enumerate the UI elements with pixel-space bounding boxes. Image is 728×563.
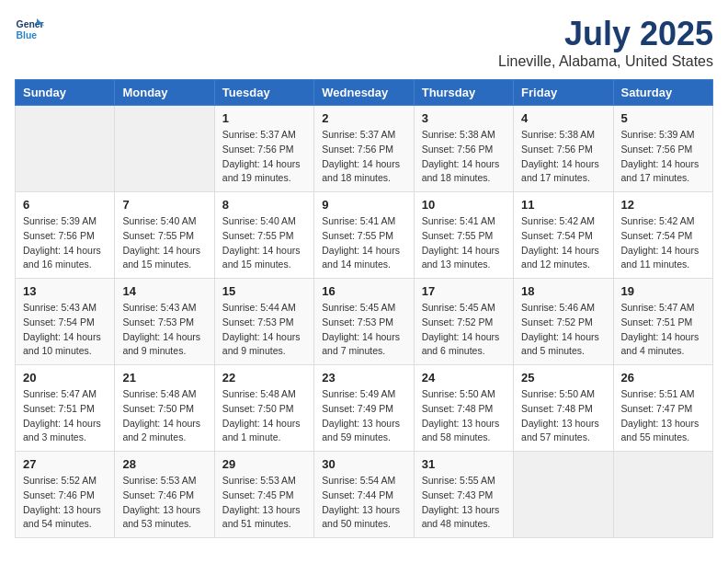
day-info: Sunrise: 5:42 AMSunset: 7:54 PMDaylight:… <box>521 214 605 272</box>
calendar-cell: 17Sunrise: 5:45 AMSunset: 7:52 PMDayligh… <box>414 279 513 365</box>
logo: General Blue <box>15 15 44 44</box>
day-info: Sunrise: 5:40 AMSunset: 7:55 PMDaylight:… <box>122 214 206 272</box>
col-sunday: Sunday <box>16 80 115 106</box>
day-info: Sunrise: 5:39 AMSunset: 7:56 PMDaylight:… <box>23 214 107 272</box>
calendar-cell <box>613 452 712 538</box>
day-info: Sunrise: 5:47 AMSunset: 7:51 PMDaylight:… <box>23 387 107 445</box>
day-number: 13 <box>23 284 107 298</box>
day-info: Sunrise: 5:45 AMSunset: 7:53 PMDaylight:… <box>322 301 405 359</box>
day-number: 12 <box>621 198 705 212</box>
day-info: Sunrise: 5:45 AMSunset: 7:52 PMDaylight:… <box>422 301 506 359</box>
day-number: 26 <box>621 371 705 385</box>
col-saturday: Saturday <box>613 80 712 106</box>
day-info: Sunrise: 5:54 AMSunset: 7:44 PMDaylight:… <box>322 474 405 532</box>
calendar-cell: 24Sunrise: 5:50 AMSunset: 7:48 PMDayligh… <box>414 365 513 452</box>
day-info: Sunrise: 5:38 AMSunset: 7:56 PMDaylight:… <box>521 128 605 186</box>
day-number: 2 <box>322 111 405 125</box>
calendar-cell: 22Sunrise: 5:48 AMSunset: 7:50 PMDayligh… <box>214 365 313 452</box>
day-number: 9 <box>322 198 405 212</box>
day-number: 24 <box>422 371 506 385</box>
title-area: July 2025 Lineville, Alabama, United Sta… <box>498 15 713 70</box>
day-number: 15 <box>222 284 306 298</box>
day-number: 3 <box>422 111 506 125</box>
day-info: Sunrise: 5:41 AMSunset: 7:55 PMDaylight:… <box>322 214 405 272</box>
calendar-cell: 1Sunrise: 5:37 AMSunset: 7:56 PMDaylight… <box>214 106 313 192</box>
day-number: 18 <box>521 284 605 298</box>
day-info: Sunrise: 5:49 AMSunset: 7:49 PMDaylight:… <box>322 387 405 445</box>
day-number: 17 <box>422 284 506 298</box>
calendar-cell: 14Sunrise: 5:43 AMSunset: 7:53 PMDayligh… <box>115 279 214 365</box>
calendar-cell: 30Sunrise: 5:54 AMSunset: 7:44 PMDayligh… <box>314 452 414 538</box>
calendar-cell: 25Sunrise: 5:50 AMSunset: 7:48 PMDayligh… <box>514 365 613 452</box>
day-info: Sunrise: 5:43 AMSunset: 7:54 PMDaylight:… <box>23 301 107 359</box>
day-info: Sunrise: 5:48 AMSunset: 7:50 PMDaylight:… <box>222 387 306 445</box>
header: General Blue July 2025 Lineville, Alabam… <box>15 15 713 70</box>
day-number: 28 <box>122 457 206 471</box>
calendar-cell: 28Sunrise: 5:53 AMSunset: 7:46 PMDayligh… <box>115 452 214 538</box>
calendar-cell: 5Sunrise: 5:39 AMSunset: 7:56 PMDaylight… <box>613 106 712 192</box>
calendar-cell: 20Sunrise: 5:47 AMSunset: 7:51 PMDayligh… <box>16 365 115 452</box>
day-number: 22 <box>222 371 306 385</box>
calendar-cell: 3Sunrise: 5:38 AMSunset: 7:56 PMDaylight… <box>414 106 513 192</box>
day-info: Sunrise: 5:52 AMSunset: 7:46 PMDaylight:… <box>23 474 107 532</box>
day-info: Sunrise: 5:40 AMSunset: 7:55 PMDaylight:… <box>222 214 306 272</box>
day-number: 29 <box>222 457 306 471</box>
day-number: 23 <box>322 371 405 385</box>
calendar-cell: 8Sunrise: 5:40 AMSunset: 7:55 PMDaylight… <box>214 192 313 279</box>
day-number: 27 <box>23 457 107 471</box>
day-info: Sunrise: 5:42 AMSunset: 7:54 PMDaylight:… <box>621 214 705 272</box>
calendar-week-row: 13Sunrise: 5:43 AMSunset: 7:54 PMDayligh… <box>16 279 713 365</box>
calendar-cell: 29Sunrise: 5:53 AMSunset: 7:45 PMDayligh… <box>214 452 313 538</box>
col-monday: Monday <box>115 80 214 106</box>
calendar-cell: 31Sunrise: 5:55 AMSunset: 7:43 PMDayligh… <box>414 452 513 538</box>
day-number: 19 <box>621 284 705 298</box>
calendar-header: Sunday Monday Tuesday Wednesday Thursday… <box>16 80 713 106</box>
day-number: 10 <box>422 198 506 212</box>
calendar-cell <box>115 106 214 192</box>
col-wednesday: Wednesday <box>314 80 414 106</box>
day-info: Sunrise: 5:46 AMSunset: 7:52 PMDaylight:… <box>521 301 605 359</box>
day-number: 6 <box>23 198 107 212</box>
svg-text:Blue: Blue <box>17 30 38 40</box>
day-number: 4 <box>521 111 605 125</box>
day-info: Sunrise: 5:50 AMSunset: 7:48 PMDaylight:… <box>422 387 506 445</box>
day-number: 25 <box>521 371 605 385</box>
day-info: Sunrise: 5:39 AMSunset: 7:56 PMDaylight:… <box>621 128 705 186</box>
calendar-cell: 18Sunrise: 5:46 AMSunset: 7:52 PMDayligh… <box>514 279 613 365</box>
day-info: Sunrise: 5:53 AMSunset: 7:45 PMDaylight:… <box>222 474 306 532</box>
day-info: Sunrise: 5:44 AMSunset: 7:53 PMDaylight:… <box>222 301 306 359</box>
month-title: July 2025 <box>498 15 713 53</box>
calendar-cell: 9Sunrise: 5:41 AMSunset: 7:55 PMDaylight… <box>314 192 414 279</box>
day-number: 8 <box>222 198 306 212</box>
day-info: Sunrise: 5:43 AMSunset: 7:53 PMDaylight:… <box>122 301 206 359</box>
calendar-cell: 21Sunrise: 5:48 AMSunset: 7:50 PMDayligh… <box>115 365 214 452</box>
day-number: 20 <box>23 371 107 385</box>
calendar-week-row: 27Sunrise: 5:52 AMSunset: 7:46 PMDayligh… <box>16 452 713 538</box>
day-info: Sunrise: 5:48 AMSunset: 7:50 PMDaylight:… <box>122 387 206 445</box>
day-number: 5 <box>621 111 705 125</box>
calendar-cell: 23Sunrise: 5:49 AMSunset: 7:49 PMDayligh… <box>314 365 414 452</box>
calendar-cell: 15Sunrise: 5:44 AMSunset: 7:53 PMDayligh… <box>214 279 313 365</box>
calendar-cell: 26Sunrise: 5:51 AMSunset: 7:47 PMDayligh… <box>613 365 712 452</box>
calendar-cell: 4Sunrise: 5:38 AMSunset: 7:56 PMDaylight… <box>514 106 613 192</box>
calendar-cell: 6Sunrise: 5:39 AMSunset: 7:56 PMDaylight… <box>16 192 115 279</box>
calendar-cell: 7Sunrise: 5:40 AMSunset: 7:55 PMDaylight… <box>115 192 214 279</box>
day-info: Sunrise: 5:51 AMSunset: 7:47 PMDaylight:… <box>621 387 705 445</box>
day-number: 31 <box>422 457 506 471</box>
calendar-cell: 11Sunrise: 5:42 AMSunset: 7:54 PMDayligh… <box>514 192 613 279</box>
calendar-cell: 19Sunrise: 5:47 AMSunset: 7:51 PMDayligh… <box>613 279 712 365</box>
calendar-cell <box>16 106 115 192</box>
calendar-week-row: 1Sunrise: 5:37 AMSunset: 7:56 PMDaylight… <box>16 106 713 192</box>
col-tuesday: Tuesday <box>214 80 313 106</box>
day-info: Sunrise: 5:41 AMSunset: 7:55 PMDaylight:… <box>422 214 506 272</box>
location-title: Lineville, Alabama, United States <box>498 53 713 70</box>
col-thursday: Thursday <box>414 80 513 106</box>
calendar-week-row: 20Sunrise: 5:47 AMSunset: 7:51 PMDayligh… <box>16 365 713 452</box>
calendar-week-row: 6Sunrise: 5:39 AMSunset: 7:56 PMDaylight… <box>16 192 713 279</box>
header-row: Sunday Monday Tuesday Wednesday Thursday… <box>16 80 713 106</box>
calendar-cell: 13Sunrise: 5:43 AMSunset: 7:54 PMDayligh… <box>16 279 115 365</box>
day-number: 7 <box>122 198 206 212</box>
day-info: Sunrise: 5:55 AMSunset: 7:43 PMDaylight:… <box>422 474 506 532</box>
day-number: 16 <box>322 284 405 298</box>
calendar-body: 1Sunrise: 5:37 AMSunset: 7:56 PMDaylight… <box>16 106 713 538</box>
